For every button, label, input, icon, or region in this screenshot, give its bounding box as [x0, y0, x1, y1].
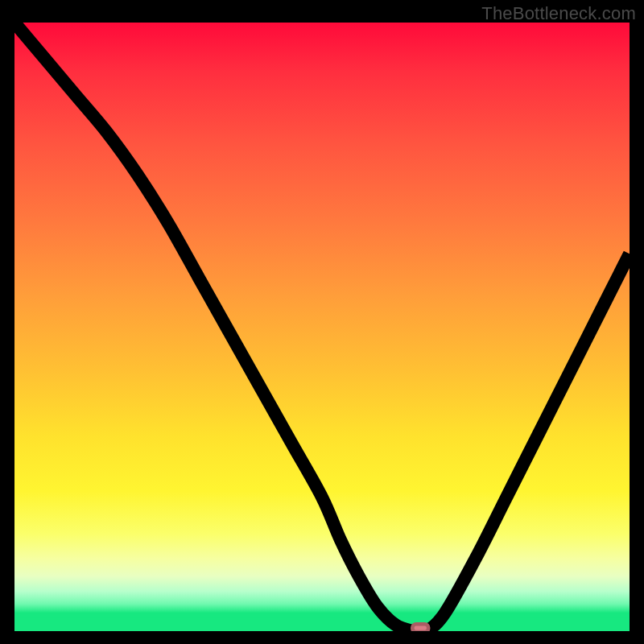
- chart-stage: TheBottleneck.com: [0, 0, 644, 644]
- minimum-marker: [412, 624, 428, 631]
- watermark-text: TheBottleneck.com: [481, 3, 636, 24]
- bottleneck-curve: [14, 23, 630, 631]
- green-baseline-band: [14, 617, 630, 631]
- plot-area: [14, 23, 630, 631]
- marker-pill: [412, 624, 428, 631]
- plot-svg: [14, 23, 630, 631]
